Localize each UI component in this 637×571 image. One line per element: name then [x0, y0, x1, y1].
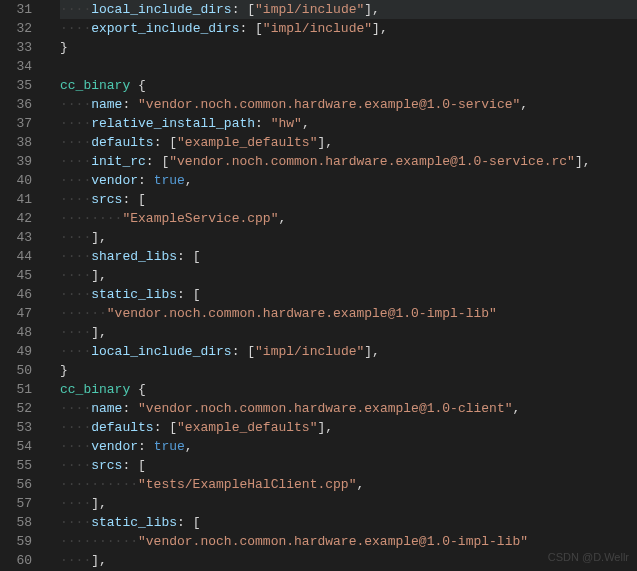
token-str: "impl/include"	[263, 21, 372, 36]
code-line[interactable]: ····init_rc: ["vendor.noch.common.hardwa…	[60, 152, 637, 171]
token-punct: ,	[278, 211, 286, 226]
token-punct: ,	[185, 173, 193, 188]
token-punct: ,	[302, 116, 310, 131]
token-punct: :	[122, 97, 138, 112]
code-line[interactable]: ····vendor: true,	[60, 171, 637, 190]
token-punct: : [	[239, 21, 262, 36]
code-line[interactable]: ····defaults: ["example_defaults"],	[60, 133, 637, 152]
code-line[interactable]: ····shared_libs: [	[60, 247, 637, 266]
token-punct: : [	[154, 420, 177, 435]
fold-column	[50, 0, 60, 571]
token-key: export_include_dirs	[91, 21, 239, 36]
token-key: local_include_dirs	[91, 2, 231, 17]
token-kw: true	[154, 439, 185, 454]
token-key: name	[91, 401, 122, 416]
whitespace-guide: ····	[60, 2, 91, 17]
line-number: 36	[0, 95, 32, 114]
token-key: srcs	[91, 192, 122, 207]
whitespace-guide: ····	[60, 21, 91, 36]
code-line[interactable]: ····name: "vendor.noch.common.hardware.e…	[60, 399, 637, 418]
token-punct: :	[138, 439, 154, 454]
code-line[interactable]: ····export_include_dirs: ["impl/include"…	[60, 19, 637, 38]
code-line[interactable]: ····srcs: [	[60, 456, 637, 475]
token-punct: }	[60, 363, 68, 378]
whitespace-guide: ····	[60, 515, 91, 530]
code-line[interactable]: cc_binary {	[60, 380, 637, 399]
token-str: "hw"	[271, 116, 302, 131]
code-line[interactable]: ····static_libs: [	[60, 513, 637, 532]
code-area[interactable]: ····local_include_dirs: ["impl/include"]…	[60, 0, 637, 571]
code-line[interactable]: ····],	[60, 266, 637, 285]
token-punct: }	[60, 40, 68, 55]
whitespace-guide: ····	[60, 287, 91, 302]
whitespace-guide: ····	[60, 173, 91, 188]
token-punct: ,	[513, 401, 521, 416]
token-str: "impl/include"	[255, 344, 364, 359]
code-line[interactable]: ····],	[60, 323, 637, 342]
code-line[interactable]: ····vendor: true,	[60, 437, 637, 456]
line-number: 32	[0, 19, 32, 38]
code-line[interactable]: ··········"tests/ExampleHalClient.cpp",	[60, 475, 637, 494]
whitespace-guide: ····	[60, 553, 91, 568]
code-editor[interactable]: 3132333435363738394041424344454647484950…	[0, 0, 637, 571]
whitespace-guide: ····	[60, 496, 91, 511]
code-line[interactable]: ····],	[60, 228, 637, 247]
line-number: 54	[0, 437, 32, 456]
code-line[interactable]: ····local_include_dirs: ["impl/include"]…	[60, 0, 637, 19]
whitespace-guide: ··········	[60, 477, 138, 492]
line-number: 38	[0, 133, 32, 152]
token-punct: :	[255, 116, 271, 131]
token-punct: : [	[122, 458, 145, 473]
token-key: vendor	[91, 439, 138, 454]
line-number: 31	[0, 0, 32, 19]
code-line[interactable]	[60, 57, 637, 76]
line-number: 39	[0, 152, 32, 171]
code-line[interactable]: ····name: "vendor.noch.common.hardware.e…	[60, 95, 637, 114]
token-str: "example_defaults"	[177, 135, 317, 150]
token-key: static_libs	[91, 515, 177, 530]
token-type: cc_binary	[60, 78, 130, 93]
line-number: 58	[0, 513, 32, 532]
whitespace-guide: ········	[60, 211, 122, 226]
code-line[interactable]: ····static_libs: [	[60, 285, 637, 304]
token-key: vendor	[91, 173, 138, 188]
line-number-gutter: 3132333435363738394041424344454647484950…	[0, 0, 50, 571]
code-line[interactable]: ····relative_install_path: "hw",	[60, 114, 637, 133]
whitespace-guide: ····	[60, 325, 91, 340]
whitespace-guide: ····	[60, 458, 91, 473]
code-line[interactable]: ····defaults: ["example_defaults"],	[60, 418, 637, 437]
line-number: 60	[0, 551, 32, 570]
code-line[interactable]: }	[60, 38, 637, 57]
token-punct: ],	[364, 344, 380, 359]
token-punct: : [	[177, 249, 200, 264]
line-number: 57	[0, 494, 32, 513]
line-number: 41	[0, 190, 32, 209]
token-str: "impl/include"	[255, 2, 364, 17]
token-punct: ,	[356, 477, 364, 492]
token-str: "vendor.noch.common.hardware.example@1.0…	[138, 97, 520, 112]
line-number: 48	[0, 323, 32, 342]
token-punct: ],	[317, 420, 333, 435]
token-key: relative_install_path	[91, 116, 255, 131]
code-line[interactable]: ····local_include_dirs: ["impl/include"]…	[60, 342, 637, 361]
code-line[interactable]: ········"ExampleService.cpp",	[60, 209, 637, 228]
token-punct: : [	[154, 135, 177, 150]
token-type: cc_binary	[60, 382, 130, 397]
code-line[interactable]: cc_binary {	[60, 76, 637, 95]
token-key: init_rc	[91, 154, 146, 169]
token-punct: ,	[185, 439, 193, 454]
code-line[interactable]: ····],	[60, 494, 637, 513]
code-line[interactable]: ····srcs: [	[60, 190, 637, 209]
code-line[interactable]: ······"vendor.noch.common.hardware.examp…	[60, 304, 637, 323]
whitespace-guide: ····	[60, 97, 91, 112]
whitespace-guide: ····	[60, 268, 91, 283]
line-number: 37	[0, 114, 32, 133]
token-str: "vendor.noch.common.hardware.example@1.0…	[138, 401, 512, 416]
whitespace-guide: ····	[60, 230, 91, 245]
token-punct: : [	[122, 192, 145, 207]
whitespace-guide: ····	[60, 344, 91, 359]
token-kw: true	[154, 173, 185, 188]
line-number: 33	[0, 38, 32, 57]
whitespace-guide: ····	[60, 439, 91, 454]
code-line[interactable]: }	[60, 361, 637, 380]
